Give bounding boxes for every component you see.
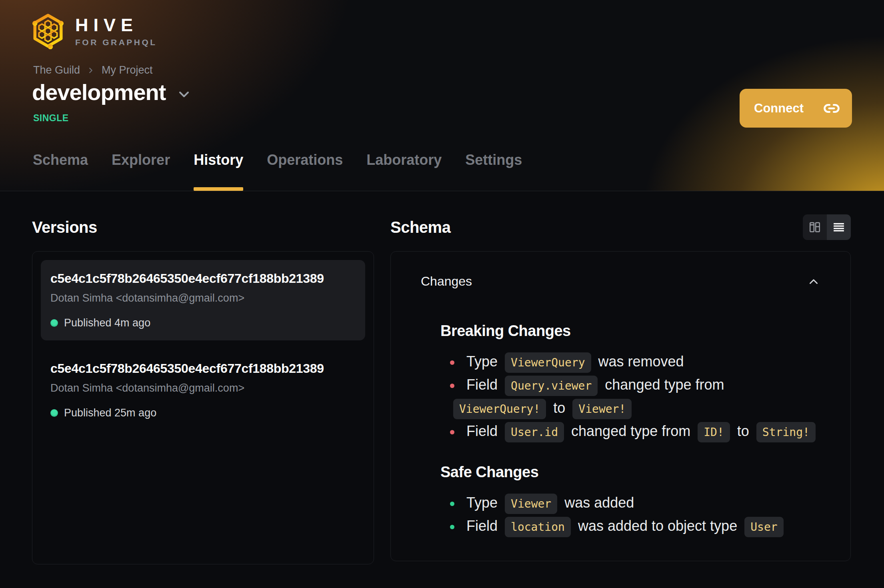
breadcrumb: The Guild My Project [33, 64, 153, 76]
safe-bullet-icon [450, 502, 454, 506]
change-item: Field User.id changed type from ID! to S… [450, 420, 820, 443]
code-chip: Viewer [505, 494, 557, 514]
brand-tagline: FOR GRAPHQL [75, 38, 157, 47]
tab-operations[interactable]: Operations [267, 152, 343, 191]
list-view-button[interactable] [827, 214, 851, 240]
breaking-bullet-icon [450, 430, 454, 434]
version-hash: c5e4c1c5f78b26465350e4ecf677cf188bb21389 [50, 361, 356, 376]
version-hash: c5e4c1c5f78b26465350e4ecf677cf188bb21389 [50, 271, 356, 286]
version-status-label: Published 25m ago [64, 407, 156, 419]
code-chip: location [505, 517, 571, 537]
change-text: was removed [594, 353, 684, 370]
version-list-item[interactable]: c5e4c1c5f78b26465350e4ecf677cf188bb21389… [41, 350, 365, 430]
target-title-row: development [32, 79, 192, 105]
code-chip: ID! [698, 422, 730, 442]
code-chip: User [744, 517, 783, 537]
main-content: Versions c5e4c1c5f78b26465350e4ecf677cf1… [0, 191, 884, 564]
target-tabs: SchemaExplorerHistoryOperationsLaborator… [33, 152, 522, 191]
code-chip: Viewer! [572, 399, 632, 419]
version-list-item[interactable]: c5e4c1c5f78b26465350e4ecf677cf188bb21389… [41, 260, 365, 340]
link-icon [823, 100, 840, 117]
hive-logo[interactable]: HIVE FOR GRAPHQL [31, 14, 157, 49]
change-text: Type [466, 494, 502, 511]
code-chip: Query.viewer [505, 376, 598, 396]
published-status-dot-icon [50, 409, 58, 417]
code-chip: ViewerQuery [505, 352, 591, 373]
tab-schema[interactable]: Schema [33, 152, 88, 191]
page-title: development [32, 79, 166, 105]
changes-section-heading: Breaking Changes [440, 322, 820, 340]
change-text: changed type from [601, 376, 724, 393]
version-status: Published 4m ago [50, 317, 356, 329]
change-item: Field location was added to object type … [450, 514, 820, 538]
tab-explorer[interactable]: Explorer [112, 152, 170, 191]
safe-change-list: Type Viewer was addedField location was … [450, 491, 820, 538]
code-chip: User.id [505, 422, 564, 442]
change-text: was added [560, 494, 634, 511]
change-text: Field [466, 376, 502, 393]
change-text: Field [466, 518, 502, 534]
version-author: Dotan Simha <dotansimha@gmail.com> [50, 292, 356, 304]
change-item: Type Viewer was added [450, 491, 820, 514]
connect-button-label: Connect [754, 101, 804, 116]
changes-collapse-header[interactable]: Changes [421, 274, 820, 289]
versions-heading: Versions [32, 218, 97, 236]
versions-list: c5e4c1c5f78b26465350e4ecf677cf188bb21389… [32, 251, 374, 564]
breadcrumb-project[interactable]: My Project [102, 64, 153, 76]
change-text: to [549, 400, 569, 416]
hive-history-page: HIVE FOR GRAPHQL The Guild My Project de… [0, 0, 884, 588]
change-text: Type [466, 353, 502, 370]
version-author: Dotan Simha <dotansimha@gmail.com> [50, 382, 356, 394]
code-chip: String! [756, 422, 816, 442]
breaking-bullet-icon [450, 384, 454, 388]
page-header: HIVE FOR GRAPHQL The Guild My Project de… [0, 0, 884, 191]
connect-button[interactable]: Connect [740, 89, 852, 128]
columns-view-button[interactable] [803, 214, 827, 240]
changes-sections: Breaking ChangesType ViewerQuery was rem… [421, 322, 820, 538]
changes-title: Changes [421, 274, 472, 289]
change-text: to [733, 423, 753, 439]
safe-bullet-icon [450, 525, 454, 529]
schema-column: Schema [390, 214, 851, 564]
brand-name: HIVE [75, 16, 157, 34]
change-item: Type ViewerQuery was removed [450, 350, 820, 373]
change-text: changed type from [567, 423, 694, 439]
tab-history[interactable]: History [194, 152, 243, 191]
columns-icon [808, 221, 821, 234]
schema-view-toggle [803, 214, 851, 240]
code-chip: ViewerQuery! [453, 399, 546, 419]
breaking-change-list: Type ViewerQuery was removedField Query.… [450, 350, 820, 443]
breadcrumb-org[interactable]: The Guild [33, 64, 80, 76]
version-status: Published 25m ago [50, 407, 356, 419]
version-status-label: Published 4m ago [64, 317, 150, 329]
list-icon [833, 221, 845, 233]
tab-laboratory[interactable]: Laboratory [366, 152, 442, 191]
versions-column: Versions c5e4c1c5f78b26465350e4ecf677cf1… [32, 214, 374, 564]
tab-settings[interactable]: Settings [465, 152, 522, 191]
change-text: was added to object type [574, 518, 741, 534]
schema-heading: Schema [390, 218, 450, 236]
target-switcher-chevron-down-icon[interactable] [176, 86, 192, 102]
change-item: Field Query.viewer changed type from Vie… [450, 373, 820, 420]
chevron-right-icon [86, 66, 95, 75]
change-text: Field [466, 423, 502, 439]
changes-section-heading: Safe Changes [440, 464, 820, 481]
chevron-up-icon[interactable] [807, 275, 820, 288]
breaking-bullet-icon [450, 360, 454, 365]
published-status-dot-icon [50, 319, 58, 327]
target-mode-badge: SINGLE [33, 113, 69, 124]
hive-logotype: HIVE FOR GRAPHQL [75, 16, 157, 47]
schema-changes-card: Changes Breaking ChangesType ViewerQuery… [390, 251, 851, 561]
hive-logo-icon [31, 14, 65, 49]
